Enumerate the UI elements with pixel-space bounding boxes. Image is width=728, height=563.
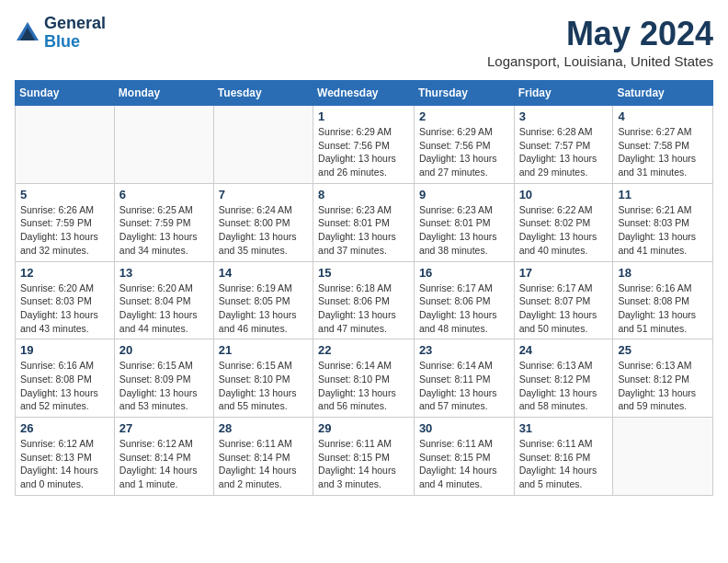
day-number: 12 [20,266,109,280]
calendar-cell: 8Sunrise: 6:23 AM Sunset: 8:01 PM Daylig… [313,183,415,261]
day-info: Sunrise: 6:16 AM Sunset: 8:08 PM Dayligh… [20,359,109,413]
day-number: 25 [618,343,708,357]
day-info: Sunrise: 6:20 AM Sunset: 8:04 PM Dayligh… [119,282,209,336]
day-number: 24 [519,343,609,357]
day-number: 14 [219,266,308,280]
calendar-cell: 23Sunrise: 6:14 AM Sunset: 8:11 PM Dayli… [414,339,514,418]
day-number: 17 [519,266,609,280]
calendar-cell: 10Sunrise: 6:22 AM Sunset: 8:02 PM Dayli… [514,183,613,261]
day-info: Sunrise: 6:14 AM Sunset: 8:10 PM Dayligh… [318,359,409,413]
calendar-cell: 11Sunrise: 6:21 AM Sunset: 8:03 PM Dayli… [613,183,713,261]
day-of-week-header: Friday [514,81,613,106]
calendar-cell [613,418,713,496]
calendar-cell: 29Sunrise: 6:11 AM Sunset: 8:15 PM Dayli… [313,418,415,496]
day-number: 15 [318,266,409,280]
day-number: 1 [318,109,409,123]
day-info: Sunrise: 6:15 AM Sunset: 8:09 PM Dayligh… [119,359,209,413]
day-info: Sunrise: 6:23 AM Sunset: 8:01 PM Dayligh… [419,203,509,258]
day-number: 6 [119,188,209,201]
calendar-cell: 18Sunrise: 6:16 AM Sunset: 8:08 PM Dayli… [613,261,713,339]
day-info: Sunrise: 6:28 AM Sunset: 7:57 PM Dayligh… [519,125,609,179]
calendar-table: SundayMondayTuesdayWednesdayThursdayFrid… [15,80,713,496]
day-of-week-header: Wednesday [313,81,415,106]
calendar-cell: 16Sunrise: 6:17 AM Sunset: 8:06 PM Dayli… [414,261,514,339]
day-info: Sunrise: 6:11 AM Sunset: 8:15 PM Dayligh… [318,437,409,491]
calendar-week-row: 5Sunrise: 6:26 AM Sunset: 7:59 PM Daylig… [16,183,713,261]
day-info: Sunrise: 6:17 AM Sunset: 8:06 PM Dayligh… [419,282,509,336]
day-number: 30 [419,421,509,435]
day-of-week-header: Saturday [613,81,713,106]
day-info: Sunrise: 6:21 AM Sunset: 8:03 PM Dayligh… [618,203,708,258]
day-number: 16 [419,266,509,280]
calendar-cell: 22Sunrise: 6:14 AM Sunset: 8:10 PM Dayli… [313,339,415,418]
calendar-cell: 17Sunrise: 6:17 AM Sunset: 8:07 PM Dayli… [514,261,613,339]
day-number: 11 [618,188,708,201]
day-number: 10 [519,188,609,201]
header-row: SundayMondayTuesdayWednesdayThursdayFrid… [16,81,713,106]
logo-icon [15,20,40,46]
calendar-cell: 19Sunrise: 6:16 AM Sunset: 8:08 PM Dayli… [16,339,115,418]
header: General Blue May 2024 Logansport, Louisi… [15,15,713,69]
day-info: Sunrise: 6:29 AM Sunset: 7:56 PM Dayligh… [419,125,509,179]
day-info: Sunrise: 6:15 AM Sunset: 8:10 PM Dayligh… [219,359,308,413]
day-number: 31 [519,421,609,435]
day-info: Sunrise: 6:24 AM Sunset: 8:00 PM Dayligh… [219,203,308,258]
calendar-cell [114,106,213,184]
calendar-cell: 25Sunrise: 6:13 AM Sunset: 8:12 PM Dayli… [613,339,713,418]
calendar-cell: 1Sunrise: 6:29 AM Sunset: 7:56 PM Daylig… [313,106,415,184]
day-of-week-header: Monday [114,81,213,106]
calendar-cell: 31Sunrise: 6:11 AM Sunset: 8:16 PM Dayli… [514,418,613,496]
day-number: 7 [219,188,308,201]
calendar-cell: 21Sunrise: 6:15 AM Sunset: 8:10 PM Dayli… [213,339,313,418]
day-info: Sunrise: 6:13 AM Sunset: 8:12 PM Dayligh… [519,359,609,413]
calendar-week-row: 12Sunrise: 6:20 AM Sunset: 8:03 PM Dayli… [16,261,713,339]
calendar-cell: 9Sunrise: 6:23 AM Sunset: 8:01 PM Daylig… [414,183,514,261]
calendar-cell: 2Sunrise: 6:29 AM Sunset: 7:56 PM Daylig… [414,106,514,184]
day-info: Sunrise: 6:14 AM Sunset: 8:11 PM Dayligh… [419,359,509,413]
day-info: Sunrise: 6:11 AM Sunset: 8:14 PM Dayligh… [219,437,308,491]
day-number: 8 [318,188,409,201]
day-number: 20 [119,343,209,357]
day-number: 21 [219,343,308,357]
calendar-cell: 13Sunrise: 6:20 AM Sunset: 8:04 PM Dayli… [114,261,213,339]
day-info: Sunrise: 6:29 AM Sunset: 7:56 PM Dayligh… [318,125,409,179]
logo-general-text: General [44,14,106,32]
day-of-week-header: Sunday [16,81,115,106]
day-number: 19 [20,343,109,357]
calendar-week-row: 26Sunrise: 6:12 AM Sunset: 8:13 PM Dayli… [16,418,713,496]
calendar-cell: 4Sunrise: 6:27 AM Sunset: 7:58 PM Daylig… [613,106,713,184]
calendar-cell: 6Sunrise: 6:25 AM Sunset: 7:59 PM Daylig… [114,183,213,261]
day-number: 29 [318,421,409,435]
calendar-cell: 3Sunrise: 6:28 AM Sunset: 7:57 PM Daylig… [514,106,613,184]
logo: General Blue [15,15,106,52]
day-info: Sunrise: 6:22 AM Sunset: 8:02 PM Dayligh… [519,203,609,258]
day-info: Sunrise: 6:27 AM Sunset: 7:58 PM Dayligh… [618,125,708,179]
calendar-cell [213,106,313,184]
calendar-cell: 5Sunrise: 6:26 AM Sunset: 7:59 PM Daylig… [16,183,115,261]
calendar-cell: 12Sunrise: 6:20 AM Sunset: 8:03 PM Dayli… [16,261,115,339]
calendar-cell: 14Sunrise: 6:19 AM Sunset: 8:05 PM Dayli… [213,261,313,339]
day-info: Sunrise: 6:25 AM Sunset: 7:59 PM Dayligh… [119,203,209,258]
calendar-header: SundayMondayTuesdayWednesdayThursdayFrid… [16,81,713,106]
calendar-cell: 27Sunrise: 6:12 AM Sunset: 8:14 PM Dayli… [114,418,213,496]
calendar-week-row: 1Sunrise: 6:29 AM Sunset: 7:56 PM Daylig… [16,106,713,184]
day-info: Sunrise: 6:18 AM Sunset: 8:06 PM Dayligh… [318,282,409,336]
day-info: Sunrise: 6:11 AM Sunset: 8:15 PM Dayligh… [419,437,509,491]
calendar-cell: 24Sunrise: 6:13 AM Sunset: 8:12 PM Dayli… [514,339,613,418]
day-info: Sunrise: 6:12 AM Sunset: 8:13 PM Dayligh… [20,437,109,491]
day-number: 27 [119,421,209,435]
calendar-body: 1Sunrise: 6:29 AM Sunset: 7:56 PM Daylig… [16,106,713,496]
day-number: 9 [419,188,509,201]
calendar-cell: 15Sunrise: 6:18 AM Sunset: 8:06 PM Dayli… [313,261,415,339]
day-info: Sunrise: 6:16 AM Sunset: 8:08 PM Dayligh… [618,282,708,336]
day-of-week-header: Tuesday [213,81,313,106]
title-area: May 2024 Logansport, Louisiana, United S… [487,15,713,69]
calendar-week-row: 19Sunrise: 6:16 AM Sunset: 8:08 PM Dayli… [16,339,713,418]
day-number: 3 [519,109,609,123]
day-info: Sunrise: 6:13 AM Sunset: 8:12 PM Dayligh… [618,359,708,413]
day-of-week-header: Thursday [414,81,514,106]
day-info: Sunrise: 6:17 AM Sunset: 8:07 PM Dayligh… [519,282,609,336]
day-info: Sunrise: 6:23 AM Sunset: 8:01 PM Dayligh… [318,203,409,258]
day-info: Sunrise: 6:11 AM Sunset: 8:16 PM Dayligh… [519,437,609,491]
logo-blue-text: Blue [44,32,80,51]
